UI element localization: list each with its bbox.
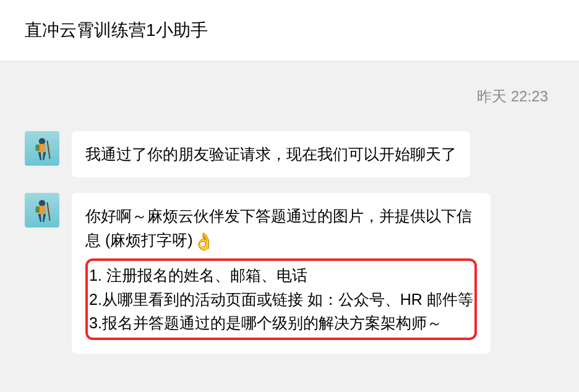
avatar[interactable] [25, 131, 59, 166]
message-bubble[interactable]: 你好啊～麻烦云伙伴发下答题通过的图片，并提供以下信 息 (麻烦打字呀)👌 1. … [72, 193, 491, 354]
svg-rect-4 [36, 206, 40, 213]
highlight-box: 1. 注册报名的姓名、邮箱、电话 2.从哪里看到的活动页面或链接 如：公众号、H… [85, 258, 477, 340]
svg-line-2 [47, 140, 49, 158]
svg-point-0 [39, 138, 46, 145]
ok-hand-emoji: 👌 [193, 228, 215, 255]
list-item: 3.报名并答题通过的是哪个级别的解决方案架构师～ [89, 311, 473, 335]
message-text-line: 你好啊～麻烦云伙伴发下答题通过的图片，并提供以下信 [85, 204, 477, 228]
message-text-line: 息 (麻烦打字呀)👌 [85, 228, 477, 255]
timestamp: 昨天 22:23 [25, 87, 554, 106]
message-text: 你好啊～麻烦云伙伴发下答题通过的图片，并提供以下信 [85, 207, 472, 224]
message-text: 我通过了你的朋友验证请求，现在我们可以开始聊天了 [85, 145, 457, 163]
message-bubble[interactable]: 我通过了你的朋友验证请求，现在我们可以开始聊天了 [72, 131, 470, 177]
svg-point-3 [39, 200, 46, 207]
svg-rect-1 [36, 145, 40, 151]
hiker-icon [29, 197, 55, 223]
chat-title: 直冲云霄训练营1小助手 [25, 19, 554, 42]
svg-line-5 [47, 202, 49, 220]
list-item: 1. 注册报名的姓名、邮箱、电话 [89, 263, 473, 288]
message-text: 息 (麻烦打字呀) [85, 231, 193, 249]
list-item: 2.从哪里看到的活动页面或链接 如：公众号、HR 邮件等 [89, 288, 473, 312]
message-row: 我通过了你的朋友验证请求，现在我们可以开始聊天了 [25, 131, 554, 177]
hiker-icon [29, 135, 55, 161]
chat-header: 直冲云霄训练营1小助手 [0, 0, 579, 62]
avatar[interactable] [25, 193, 59, 228]
message-row: 你好啊～麻烦云伙伴发下答题通过的图片，并提供以下信 息 (麻烦打字呀)👌 1. … [25, 193, 554, 354]
chat-area: 昨天 22:23 我通过了你的朋友验证请求，现在我们可以开始聊天了 [0, 62, 579, 392]
